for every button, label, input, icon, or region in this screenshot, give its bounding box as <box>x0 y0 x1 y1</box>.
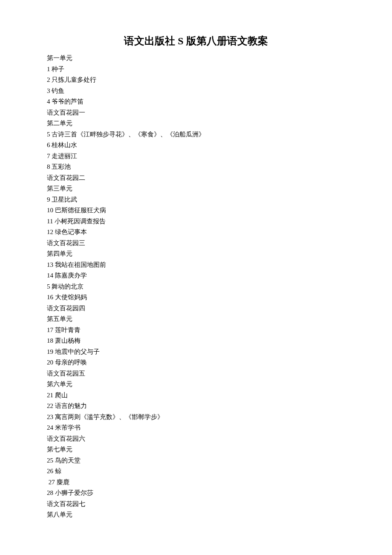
toc-item: 23 寓言两则《滥竽充数》、《邯郸学步》 <box>47 412 345 423</box>
toc-item: 22 语言的魅力 <box>47 401 345 412</box>
toc-item: 3 钓鱼 <box>47 86 345 97</box>
unit-heading: 第二单元 <box>47 118 345 129</box>
toc-item: 21 爬山 <box>47 390 345 401</box>
toc-item: 18 萧山杨梅 <box>47 335 345 347</box>
toc-item: 1 种子 <box>47 64 345 75</box>
unit-heading: 第三单元 <box>47 183 345 194</box>
toc-item: 语文百花园五 <box>47 368 345 379</box>
unit-heading: 第七单元 <box>47 444 345 455</box>
toc-item: 语文百花园六 <box>47 434 345 445</box>
toc-item: 9 卫星比武 <box>47 194 345 205</box>
toc-item: 语文百花园四 <box>47 303 345 314</box>
toc-item: 27 麋鹿 <box>47 477 345 488</box>
toc-item: 11 小树死因调查报告 <box>47 216 345 227</box>
toc-item: 19 地震中的父与子 <box>47 347 345 358</box>
toc-item: 12 绿色记事本 <box>47 227 345 238</box>
toc-item: 5 古诗三首《江畔独步寻花》、《寒食》、《泊船瓜洲》 <box>47 129 345 140</box>
toc-item: 7 走进丽江 <box>47 151 345 162</box>
toc-item: 25 鸟的天堂 <box>47 455 345 466</box>
toc-item: 2 只拣儿童多处行 <box>47 75 345 86</box>
table-of-contents: 第一单元1 种子2 只拣儿童多处行3 钓鱼4 爷爷的芦笛语文百花园一第二单元5 … <box>47 53 345 520</box>
toc-item: 20 母亲的呼唤 <box>47 357 345 368</box>
toc-item: 28 小狮子爱尔莎 <box>47 488 345 499</box>
toc-item: 语文百花园一 <box>47 107 345 119</box>
toc-item: 4 爷爷的芦笛 <box>47 96 345 107</box>
toc-item: 26 鲸 <box>47 466 345 477</box>
unit-heading: 第五单元 <box>47 314 345 325</box>
unit-heading: 第四单元 <box>47 249 345 260</box>
document-page: 语文出版社 S 版第八册语文教案 第一单元1 种子2 只拣儿童多处行3 钓鱼4 … <box>0 0 392 546</box>
unit-heading: 第八单元 <box>47 509 345 520</box>
toc-item: 8 五彩池 <box>47 162 345 173</box>
document-title: 语文出版社 S 版第八册语文教案 <box>47 34 345 48</box>
toc-item: 语文百花园二 <box>47 173 345 184</box>
toc-item: 5 舞动的北京 <box>47 281 345 292</box>
toc-item: 语文百花园三 <box>47 238 345 249</box>
toc-item: 24 米芾学书 <box>47 422 345 434</box>
unit-heading: 第六单元 <box>47 379 345 390</box>
toc-item: 16 大使馆妈妈 <box>47 292 345 303</box>
toc-item: 14 陈嘉庚办学 <box>47 270 345 281</box>
toc-item: 6 桂林山水 <box>47 140 345 151</box>
toc-item: 13 我站在祖国地图前 <box>47 260 345 271</box>
toc-item: 17 莲叶青青 <box>47 325 345 336</box>
unit-heading: 第一单元 <box>47 53 345 64</box>
toc-item: 10 巴斯德征服狂犬病 <box>47 205 345 216</box>
toc-item: 语文百花园七 <box>47 499 345 510</box>
